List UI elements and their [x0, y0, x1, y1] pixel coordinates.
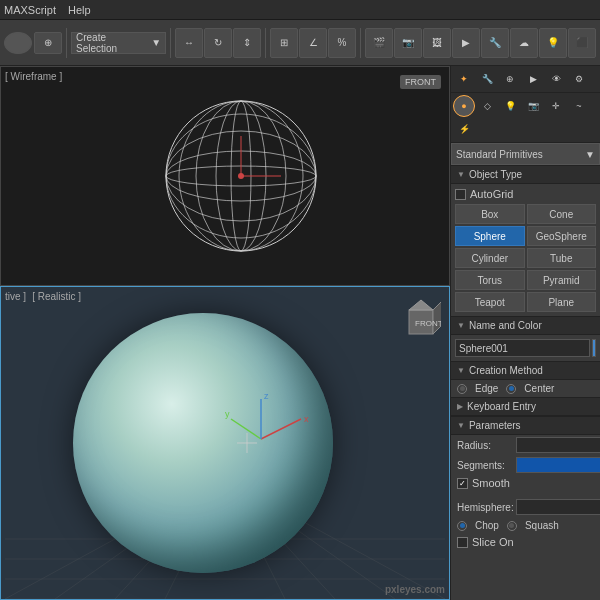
- wireframe-sphere-svg: [161, 96, 321, 256]
- parameters-content: Radius: ▲▼ Segments: ▲▼ ✓ Smooth Hemisph…: [451, 435, 600, 550]
- autogrid-checkbox[interactable]: [455, 189, 466, 200]
- motion-icon[interactable]: ▶: [522, 68, 544, 90]
- torus-btn[interactable]: Torus: [455, 270, 525, 290]
- geometry-icon[interactable]: ●: [453, 95, 475, 117]
- toolbar: ⊕ Create Selection ▼ ↔ ↻ ⇕ ⊞ ∠ % 🎬 📷 🖼 ▶…: [0, 20, 600, 66]
- main-area: [ Wireframe ]: [0, 66, 600, 600]
- systems-icon[interactable]: ⚡: [453, 118, 475, 140]
- radius-row: Radius: ▲▼: [451, 435, 600, 455]
- edge-radio[interactable]: [457, 384, 467, 394]
- move-btn[interactable]: ↔: [175, 28, 203, 58]
- scale-btn[interactable]: ⇕: [233, 28, 261, 58]
- utilities-icon[interactable]: ⚙: [568, 68, 590, 90]
- center-radio[interactable]: [506, 384, 516, 394]
- plane-btn[interactable]: Plane: [527, 292, 597, 312]
- render-btn5[interactable]: 🔧: [481, 28, 509, 58]
- slice-on-checkbox[interactable]: [457, 537, 468, 548]
- render-btn6[interactable]: ☁: [510, 28, 538, 58]
- chop-radio[interactable]: [457, 521, 467, 531]
- cameras-icon[interactable]: 📷: [522, 95, 544, 117]
- create-selection-dropdown[interactable]: Create Selection ▼: [71, 32, 166, 54]
- tube-btn[interactable]: Tube: [527, 248, 597, 268]
- display-icon[interactable]: 👁: [545, 68, 567, 90]
- angle-btn[interactable]: ∠: [299, 28, 327, 58]
- smooth-checkbox[interactable]: ✓: [457, 478, 468, 489]
- render-btn7[interactable]: 💡: [539, 28, 567, 58]
- perspective-label: tive ]: [5, 291, 26, 302]
- hemisphere-row: Hemisphere: ▲▼: [451, 497, 600, 517]
- svg-text:FRONT: FRONT: [415, 319, 441, 328]
- hierarchy-icon[interactable]: ⊕: [499, 68, 521, 90]
- name-color-header[interactable]: ▼ Name and Color: [451, 316, 600, 335]
- nav-cube[interactable]: FRONT: [401, 295, 441, 337]
- cmd-icons-row: ✦ 🔧 ⊕ ▶ 👁 ⚙: [451, 66, 600, 93]
- hemisphere-input[interactable]: [516, 499, 600, 515]
- crosshair: [237, 433, 257, 453]
- teapot-btn[interactable]: Teapot: [455, 292, 525, 312]
- realistic-labels: tive ] [ Realistic ]: [5, 291, 81, 302]
- render-btn2[interactable]: 📷: [394, 28, 422, 58]
- slice-on-row: Slice On: [451, 534, 600, 550]
- viewport-area: [ Wireframe ]: [0, 66, 450, 600]
- creation-method-header[interactable]: ▼ Creation Method: [451, 361, 600, 380]
- toolbar-icon-2[interactable]: ⊕: [34, 32, 62, 54]
- viewport-wireframe[interactable]: [ Wireframe ]: [0, 66, 450, 286]
- modify-icon[interactable]: 🔧: [476, 68, 498, 90]
- color-swatch[interactable]: [592, 339, 596, 357]
- cylinder-btn[interactable]: Cylinder: [455, 248, 525, 268]
- helpers-icon[interactable]: ✛: [545, 95, 567, 117]
- wireframe-label: [ Wireframe ]: [5, 71, 62, 82]
- chop-squash-row: Chop Squash: [451, 517, 600, 534]
- squash-radio[interactable]: [507, 521, 517, 531]
- lights-icon[interactable]: 💡: [499, 95, 521, 117]
- object-type-header[interactable]: ▼ Object Type: [451, 165, 600, 184]
- svg-marker-34: [433, 300, 441, 334]
- object-icons: ⊞ ∠ %: [270, 28, 356, 58]
- menu-bar: MAXScript Help: [0, 0, 600, 20]
- smooth-row: ✓ Smooth: [451, 475, 600, 491]
- object-type-content: AutoGrid Box Cone Sphere GeoSphere Cylin…: [451, 184, 600, 316]
- name-input[interactable]: [455, 339, 590, 357]
- sep-4: [360, 28, 361, 58]
- sphere-btn[interactable]: Sphere: [455, 226, 525, 246]
- svg-text:y: y: [225, 409, 230, 419]
- create-icon[interactable]: ✦: [453, 68, 475, 90]
- shapes-icon[interactable]: ◇: [476, 95, 498, 117]
- view-icons: 🎬 📷 🖼 ▶ 🔧 ☁ 💡 ⬛: [365, 28, 596, 58]
- front-button-top[interactable]: FRONT: [400, 75, 441, 89]
- viewport-realistic[interactable]: tive ] [ Realistic ]: [0, 286, 450, 600]
- sub-icons-row: ● ◇ 💡 📷 ✛ ~ ⚡: [451, 93, 600, 143]
- maxscript-menu[interactable]: MAXScript: [4, 4, 56, 16]
- sep-2: [170, 28, 171, 58]
- box-btn[interactable]: Box: [455, 204, 525, 224]
- name-color-content: [451, 335, 600, 361]
- keyboard-entry-header[interactable]: ▶ Keyboard Entry: [451, 397, 600, 416]
- rotate-btn[interactable]: ↻: [204, 28, 232, 58]
- realistic-label: [ Realistic ]: [32, 291, 81, 302]
- percent-btn[interactable]: %: [328, 28, 356, 58]
- render-btn8[interactable]: ⬛: [568, 28, 596, 58]
- pyramid-btn[interactable]: Pyramid: [527, 270, 597, 290]
- toolbar-icon-1[interactable]: [4, 32, 32, 54]
- axis-arrows: x y z: [221, 389, 321, 469]
- spacewarps-icon[interactable]: ~: [568, 95, 590, 117]
- render-btn4[interactable]: ▶: [452, 28, 480, 58]
- svg-marker-33: [409, 300, 433, 310]
- transform-icons: ↔ ↻ ⇕: [175, 28, 261, 58]
- segments-row: Segments: ▲▼: [451, 455, 600, 475]
- parameters-header[interactable]: ▼ Parameters: [451, 416, 600, 435]
- autogrid-row: AutoGrid: [455, 188, 596, 200]
- help-menu[interactable]: Help: [68, 4, 91, 16]
- render-btn3[interactable]: 🖼: [423, 28, 451, 58]
- watermark: pxleyes.com: [385, 584, 445, 595]
- geosphere-btn[interactable]: GeoSphere: [527, 226, 597, 246]
- segments-input[interactable]: [516, 457, 600, 473]
- cone-btn[interactable]: Cone: [527, 204, 597, 224]
- radius-input[interactable]: [516, 437, 600, 453]
- snap-btn[interactable]: ⊞: [270, 28, 298, 58]
- render-btn1[interactable]: 🎬: [365, 28, 393, 58]
- sep-1: [66, 28, 67, 58]
- svg-line-24: [261, 419, 301, 439]
- primitives-dropdown[interactable]: Standard Primitives ▼: [451, 143, 600, 165]
- creation-method-content: Edge Center: [451, 380, 600, 397]
